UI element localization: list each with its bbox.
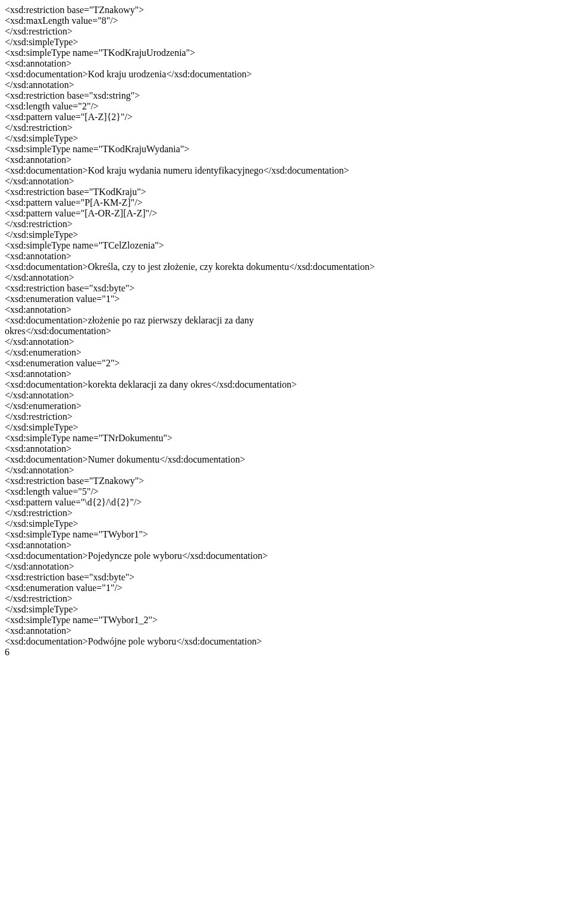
xml-tag: /> [110, 15, 118, 26]
xml-attr-value: "TZnakowy" [89, 476, 139, 486]
xml-tag: <xsd:simpleType name= [5, 529, 99, 539]
code-line: <xsd:restriction base="xsd:byte"> [5, 283, 566, 294]
xml-tag: <xsd:documentation> [5, 454, 88, 464]
xml-tag: </xsd:documentation> [176, 636, 262, 646]
xml-tag: <xsd:annotation> [5, 58, 71, 68]
code-line: </xsd:enumeration> [5, 401, 566, 411]
xml-tag: > [129, 572, 134, 582]
xml-tag: <xsd:annotation> [5, 369, 71, 379]
text-content: Kod kraju urodzenia [88, 69, 167, 79]
text-content: złożenie po raz pierwszy deklaracji za d… [88, 315, 254, 325]
code-line: <xsd:pattern value="\d{2}/\d{2}"/> [5, 497, 566, 508]
xml-tag: /> [149, 208, 157, 218]
xml-tag: > [114, 358, 120, 368]
xml-tag: </xsd:simpleType> [5, 37, 79, 47]
xml-tag: </xsd:annotation> [5, 337, 74, 347]
xml-tag: </xsd:documentation> [159, 454, 245, 464]
xml-attr-value: "2" [102, 358, 114, 368]
code-line: <xsd:pattern value="[A-Z]{2}"/> [5, 112, 566, 122]
xml-attr-value: "8" [98, 15, 110, 26]
code-line: <xsd:documentation>Numer dokumentu</xsd:… [5, 454, 566, 465]
code-line: </xsd:restriction> [5, 26, 566, 37]
xml-tag: /> [134, 197, 142, 208]
code-line: </xsd:simpleType> [5, 133, 566, 144]
code-line: </xsd:restriction> [5, 122, 566, 133]
xml-tag: </xsd:simpleType> [5, 604, 79, 614]
code-line: <xsd:simpleType name="TKodKrajuWydania"> [5, 144, 566, 155]
code-line: </xsd:simpleType> [5, 518, 566, 529]
xml-tag: </xsd:restriction> [5, 508, 73, 518]
text-content: Pojedyncze pole wyboru [88, 551, 182, 561]
xml-tag: <xsd:simpleType name= [5, 48, 99, 58]
xml-tag: <xsd:restriction base= [5, 283, 89, 293]
xml-tag: <xsd:restriction base= [5, 90, 89, 100]
xml-tag: > [152, 615, 158, 625]
xml-attr-value: "1" [102, 583, 114, 593]
xml-tag: </xsd:simpleType> [5, 422, 79, 432]
xml-tag: <xsd:annotation> [5, 626, 71, 636]
xml-attr-value: "TCelZlozenia" [99, 240, 159, 250]
code-line: <xsd:length value="2"/> [5, 101, 566, 112]
xml-tag: <xsd:documentation> [5, 636, 88, 646]
code-line: <xsd:documentation>Pojedyncze pole wybor… [5, 551, 566, 561]
xml-tag: </xsd:annotation> [5, 80, 74, 90]
xml-tag: <xsd:annotation> [5, 444, 71, 454]
xml-tag: </xsd:annotation> [5, 561, 74, 571]
xml-tag: </xsd:simpleType> [5, 133, 79, 143]
xml-tag: </xsd:restriction> [5, 219, 73, 229]
xml-tag: <xsd:maxLength value= [5, 15, 98, 26]
code-line: <xsd:annotation> [5, 369, 566, 379]
code-line: <xsd:enumeration value="1"> [5, 294, 566, 304]
xml-tag: </xsd:restriction> [5, 411, 73, 422]
xml-tag: <xsd:documentation> [5, 551, 88, 561]
xml-tag: </xsd:restriction> [5, 26, 73, 36]
xml-tag: > [114, 294, 120, 304]
xml-tag: </xsd:restriction> [5, 122, 73, 133]
xml-attr-value: "5" [78, 486, 90, 496]
xml-tag: > [141, 187, 146, 197]
xml-tag: > [139, 476, 144, 486]
xml-tag: <xsd:length value= [5, 486, 78, 496]
code-line: <xsd:restriction base="TZnakowy"> [5, 5, 566, 15]
code-line: </xsd:annotation> [5, 465, 566, 476]
code-line: </xsd:annotation> [5, 176, 566, 187]
xml-tag: <xsd:restriction base= [5, 5, 89, 15]
xml-attr-value: "TNrDokumentu" [99, 433, 167, 443]
xml-tag: <xsd:length value= [5, 101, 78, 111]
xml-attr-value: "xsd:string" [89, 90, 134, 100]
xml-tag: </xsd:annotation> [5, 465, 74, 475]
xml-tag: </xsd:annotation> [5, 390, 74, 400]
xml-tag: </xsd:annotation> [5, 176, 74, 186]
code-line: <xsd:documentation>Podwójne pole wyboru<… [5, 636, 566, 647]
xml-attr-value: "P[A-KM-Z]" [81, 197, 134, 208]
xml-tag: <xsd:annotation> [5, 155, 71, 165]
xml-tag: /> [114, 583, 122, 593]
xml-tag: </xsd:simpleType> [5, 230, 79, 240]
code-line: </xsd:simpleType> [5, 230, 566, 240]
code-line: </xsd:annotation> [5, 390, 566, 401]
code-line: <xsd:documentation>Kod kraju wydania num… [5, 165, 566, 176]
text-content: Kod kraju wydania numeru identyfikacyjne… [88, 165, 263, 175]
code-line: <xsd:simpleType name="TKodKrajuUrodzenia… [5, 48, 566, 58]
xml-attr-value: "[A-Z]{2}" [81, 112, 125, 122]
xml-attr-value: "xsd:byte" [89, 572, 129, 582]
xml-tag: <xsd:documentation> [5, 262, 88, 272]
code-line: <xsd:enumeration value="1"/> [5, 583, 566, 593]
code-line: <xsd:restriction base="xsd:string"> [5, 90, 566, 101]
code-line: <xsd:annotation> [5, 626, 566, 636]
xml-attr-value: "2" [78, 101, 90, 111]
code-line: </xsd:simpleType> [5, 37, 566, 48]
code-line: <xsd:length value="5"/> [5, 486, 566, 497]
xml-tag: <xsd:pattern value= [5, 197, 81, 208]
code-line: <xsd:documentation>Kod kraju urodzenia</… [5, 69, 566, 80]
code-line: </xsd:restriction> [5, 411, 566, 422]
code-line: </xsd:enumeration> [5, 347, 566, 358]
xml-tag: > [184, 144, 189, 154]
xsd-schema-listing: <xsd:restriction base="TZnakowy"><xsd:ma… [5, 5, 566, 647]
code-line: </xsd:restriction> [5, 508, 566, 518]
xml-tag: <xsd:annotation> [5, 251, 71, 261]
xml-tag: <xsd:documentation> [5, 379, 88, 389]
xml-tag: </xsd:enumeration> [5, 347, 81, 357]
code-line: <xsd:annotation> [5, 540, 566, 551]
xml-tag: <xsd:documentation> [5, 165, 88, 175]
